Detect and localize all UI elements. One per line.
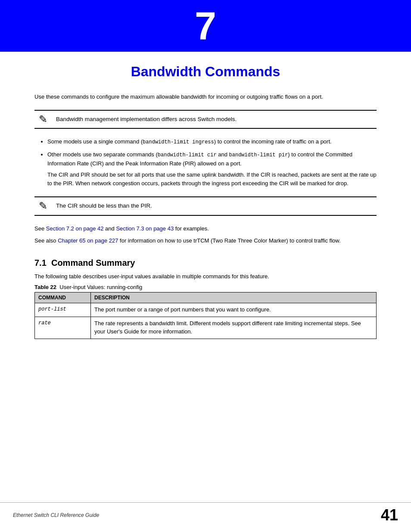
- page-footer: Ethernet Switch CLI Reference Guide 41: [0, 502, 411, 524]
- page-content: Bandwidth Commands Use these commands to…: [0, 64, 411, 365]
- list-item-1: Some models use a single command (bandwi…: [47, 137, 377, 146]
- chapter-banner: 7: [0, 0, 411, 52]
- link-chapter-65[interactable]: Chapter 65 on page 227: [58, 237, 118, 244]
- code-bandwidth-limit-ingress: bandwidth-limit ingress: [143, 139, 214, 145]
- footer-left-text: Ethernet Switch CLI Reference Guide: [13, 512, 99, 518]
- code-bandwidth-limit-cir: bandwidth-limit cir: [158, 152, 217, 158]
- section-7-1-intro: The following table describes user-input…: [34, 272, 377, 281]
- desc-rate: The rate represents a bandwidth limit. D…: [91, 317, 377, 339]
- command-summary-table: COMMAND DESCRIPTION port-list The port n…: [34, 292, 377, 339]
- pencil-icon-1: [39, 113, 47, 125]
- cmd-port-list: port-list: [35, 303, 91, 317]
- cmd-rate: rate: [35, 317, 91, 339]
- note-box-2: The CIR should be less than the PIR.: [34, 196, 377, 215]
- table-caption-detail: User-input Values: running-config: [59, 284, 142, 290]
- page-number: 41: [381, 506, 398, 524]
- section-7-1-number: 7.1: [34, 258, 47, 268]
- table-row: rate The rate represents a bandwidth lim…: [35, 317, 377, 339]
- note-box-1: Bandwidth management implementation diff…: [34, 110, 377, 129]
- table-header-row: COMMAND DESCRIPTION: [35, 292, 377, 303]
- list-item-2: Other models use two separate commands (…: [47, 150, 377, 188]
- bullet-list: Some models use a single command (bandwi…: [47, 137, 377, 188]
- chapter-number: 7: [195, 4, 216, 48]
- list-item-2-subtext: The CIR and PIR should be set for all po…: [47, 171, 377, 188]
- section-7-1-heading: 7.1 Command Summary: [34, 258, 377, 268]
- intro-paragraph: Use these commands to configure the maxi…: [34, 93, 377, 101]
- table-row: port-list The port number or a range of …: [35, 303, 377, 317]
- section-7-1-title: Command Summary: [51, 258, 135, 268]
- desc-port-list: The port number or a range of port numbe…: [91, 303, 377, 317]
- code-bandwidth-limit-pir: bandwidth-limit pir: [229, 152, 288, 158]
- link-section-7-3[interactable]: Section 7.3 on page 43: [116, 225, 174, 232]
- note-1-text: Bandwidth management implementation diff…: [56, 115, 237, 124]
- ref-line-2: See also Chapter 65 on page 227 for info…: [34, 236, 377, 245]
- col-command: COMMAND: [35, 292, 91, 303]
- pencil-icon-2: [39, 200, 47, 212]
- ref-line-1: See Section 7.2 on page 42 and Section 7…: [34, 224, 377, 233]
- note-2-text: The CIR should be less than the PIR.: [56, 202, 152, 210]
- table-caption-label: Table 22: [34, 284, 56, 290]
- col-description: DESCRIPTION: [91, 292, 377, 303]
- chapter-title: Bandwidth Commands: [34, 64, 377, 80]
- link-section-7-2[interactable]: Section 7.2 on page 42: [46, 225, 104, 232]
- table-caption: Table 22 User-input Values: running-conf…: [34, 284, 377, 290]
